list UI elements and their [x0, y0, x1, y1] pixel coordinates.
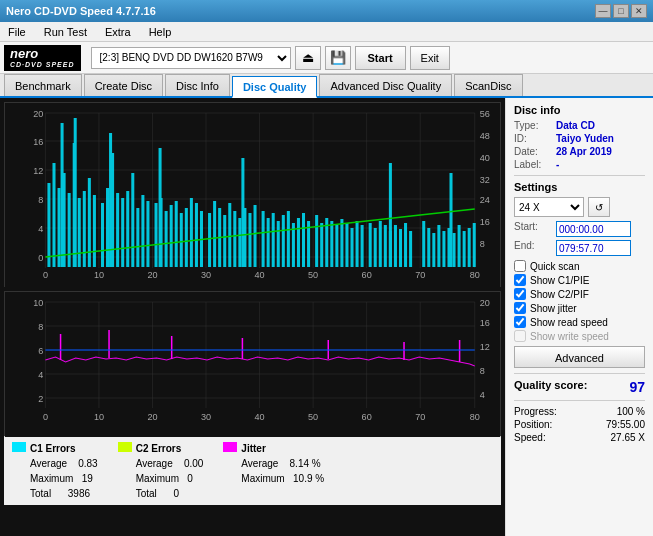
progress-row: Progress: 100 %: [514, 406, 645, 417]
show-write-speed-checkbox[interactable]: [514, 330, 526, 342]
svg-text:4: 4: [38, 370, 43, 380]
save-button[interactable]: 💾: [325, 46, 351, 70]
advanced-button[interactable]: Advanced: [514, 346, 645, 368]
svg-rect-91: [453, 233, 456, 267]
c1-total-value: 3986: [68, 488, 90, 499]
svg-text:0: 0: [43, 270, 48, 280]
show-c1-pie-row: Show C1/PIE: [514, 274, 645, 286]
show-jitter-label: Show jitter: [530, 303, 577, 314]
show-c1-pie-checkbox[interactable]: [514, 274, 526, 286]
svg-rect-99: [159, 148, 162, 267]
tab-disc-info[interactable]: Disc Info: [165, 74, 230, 96]
svg-rect-33: [136, 208, 139, 267]
svg-text:20: 20: [147, 412, 157, 422]
tab-advanced-disc-quality[interactable]: Advanced Disc Quality: [319, 74, 452, 96]
svg-rect-39: [170, 205, 173, 267]
svg-rect-78: [379, 221, 382, 267]
svg-rect-52: [238, 218, 241, 267]
svg-rect-24: [88, 178, 91, 267]
svg-text:50: 50: [308, 270, 318, 280]
speed-label: Speed:: [514, 432, 546, 443]
quality-score-label: Quality score:: [514, 379, 587, 395]
svg-text:20: 20: [147, 270, 157, 280]
legend-jitter-stats: Jitter Average 8.14 % Maximum 10.9 %: [241, 441, 324, 486]
menu-file[interactable]: File: [4, 25, 30, 39]
svg-text:8: 8: [38, 195, 43, 205]
show-c2-pif-checkbox[interactable]: [514, 288, 526, 300]
svg-rect-73: [350, 228, 353, 267]
disc-date-row: Date: 28 Apr 2019: [514, 146, 645, 157]
svg-rect-42: [185, 208, 188, 267]
minimize-button[interactable]: —: [595, 4, 611, 18]
maximize-button[interactable]: □: [613, 4, 629, 18]
disc-type-value: Data CD: [556, 120, 595, 131]
svg-rect-98: [109, 133, 112, 267]
window-controls: — □ ✕: [595, 4, 647, 18]
svg-text:12: 12: [33, 166, 43, 176]
svg-rect-25: [93, 195, 96, 267]
show-read-speed-checkbox[interactable]: [514, 316, 526, 328]
quick-scan-checkbox[interactable]: [514, 260, 526, 272]
svg-rect-94: [468, 228, 471, 267]
menu-run-test[interactable]: Run Test: [40, 25, 91, 39]
start-time-input[interactable]: [556, 221, 631, 237]
svg-text:12: 12: [480, 342, 490, 352]
legend-jitter-color: [223, 442, 237, 452]
svg-rect-60: [282, 215, 285, 267]
svg-rect-61: [287, 211, 290, 267]
svg-text:0: 0: [38, 253, 43, 263]
show-jitter-checkbox[interactable]: [514, 302, 526, 314]
exit-button[interactable]: Exit: [410, 46, 450, 70]
start-time-label: Start:: [514, 221, 552, 237]
svg-text:0: 0: [43, 412, 48, 422]
svg-text:16: 16: [480, 217, 490, 227]
tab-disc-quality[interactable]: Disc Quality: [232, 76, 318, 98]
end-time-input[interactable]: [556, 240, 631, 256]
speed-selector[interactable]: 24 X: [514, 197, 584, 217]
refresh-button[interactable]: ↺: [588, 197, 610, 217]
menu-help[interactable]: Help: [145, 25, 176, 39]
menu-bar: File Run Test Extra Help: [0, 22, 653, 42]
svg-rect-54: [248, 213, 251, 267]
svg-rect-31: [126, 191, 129, 267]
jitter-max-value: 10.9 %: [293, 473, 324, 484]
svg-rect-30: [121, 198, 124, 267]
svg-text:60: 60: [362, 270, 372, 280]
app-title: Nero CD-DVD Speed 4.7.7.16: [6, 5, 156, 17]
show-c1-pie-label: Show C1/PIE: [530, 275, 589, 286]
settings-title: Settings: [514, 181, 645, 193]
c2-avg-label: Average: [136, 458, 173, 469]
svg-rect-88: [437, 225, 440, 267]
show-c2-pif-row: Show C2/PIF: [514, 288, 645, 300]
tab-scandisc[interactable]: ScanDisc: [454, 74, 522, 96]
svg-text:80: 80: [470, 412, 480, 422]
disc-label-row: Label: -: [514, 159, 645, 170]
start-button[interactable]: Start: [355, 46, 406, 70]
tab-benchmark[interactable]: Benchmark: [4, 74, 82, 96]
svg-rect-43: [190, 198, 193, 267]
svg-rect-55: [254, 205, 257, 267]
menu-extra[interactable]: Extra: [101, 25, 135, 39]
start-time-row: Start:: [514, 221, 645, 237]
position-label: Position:: [514, 419, 552, 430]
svg-rect-16: [47, 183, 50, 267]
svg-rect-34: [141, 195, 144, 267]
jitter-max-label: Maximum: [241, 473, 284, 484]
svg-rect-41: [180, 213, 183, 267]
close-button[interactable]: ✕: [631, 4, 647, 18]
quality-score-row: Quality score: 97: [514, 379, 645, 395]
legend-c1-color: [12, 442, 26, 452]
divider-1: [514, 175, 645, 176]
svg-rect-38: [165, 211, 168, 267]
svg-text:4: 4: [480, 390, 485, 400]
svg-rect-35: [146, 201, 149, 267]
drive-selector[interactable]: [2:3] BENQ DVD DD DW1620 B7W9: [91, 47, 291, 69]
tab-create-disc[interactable]: Create Disc: [84, 74, 163, 96]
svg-text:10: 10: [94, 270, 104, 280]
svg-rect-95: [473, 223, 476, 267]
svg-text:10: 10: [94, 412, 104, 422]
c1-label: C1 Errors: [30, 443, 76, 454]
svg-rect-58: [272, 213, 275, 267]
eject-button[interactable]: ⏏: [295, 46, 321, 70]
svg-rect-100: [241, 158, 244, 267]
